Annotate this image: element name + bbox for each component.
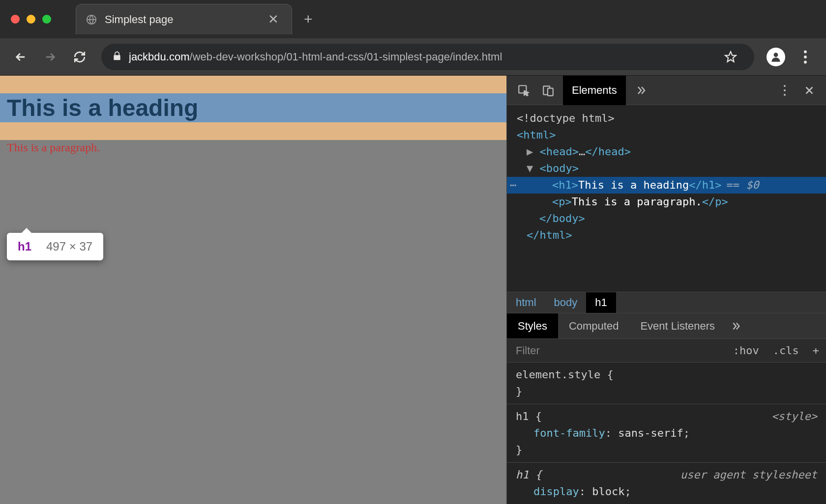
more-styles-tabs-icon[interactable] [726, 316, 745, 336]
styles-filter-input[interactable] [507, 344, 726, 357]
rendered-page[interactable]: This is a heading This is a paragraph. h… [0, 76, 506, 504]
traffic-lights [0, 15, 62, 24]
window-titlebar: Simplest page ✕ + [0, 0, 826, 38]
dom-line[interactable]: <html> [507, 127, 826, 143]
reload-button[interactable] [67, 44, 92, 70]
h1-margin-top-overlay [0, 76, 506, 93]
svg-point-3 [804, 56, 807, 58]
rule-source: user agent stylesheet [680, 467, 817, 483]
dom-line[interactable]: ▶ <head>…</head> [507, 143, 826, 160]
devtools-close-icon[interactable] [799, 81, 819, 100]
dom-tree[interactable]: <!doctype html> <html> ▶ <head>…</head> … [507, 105, 826, 292]
svg-point-2 [804, 50, 807, 53]
crumb-body[interactable]: body [545, 292, 587, 313]
devtools-panel: Elements <!doctype html> <html> ▶ <head>… [506, 76, 826, 504]
styles-filter-row: :hov .cls + [507, 339, 826, 363]
style-rule[interactable]: element.style { } [507, 363, 826, 404]
style-rule[interactable]: user agent stylesheet h1 { display: bloc… [507, 463, 826, 504]
tab-elements[interactable]: Elements [563, 76, 626, 105]
dom-line[interactable]: <p>This is a paragraph.</p> [507, 194, 826, 210]
browser-tab[interactable]: Simplest page ✕ [76, 4, 292, 34]
svg-point-9 [784, 89, 786, 91]
kebab-menu-button[interactable] [793, 44, 818, 70]
new-tab-button[interactable]: + [292, 11, 324, 28]
svg-point-4 [804, 60, 807, 63]
bookmark-star-icon[interactable] [718, 44, 743, 70]
tab-event-listeners[interactable]: Event Listeners [629, 313, 726, 338]
inspect-element-icon[interactable] [514, 81, 533, 100]
hov-toggle[interactable]: :hov [726, 344, 766, 357]
minimize-window-button[interactable] [27, 15, 35, 24]
lock-icon [112, 51, 122, 63]
style-rule[interactable]: <style> h1 { font-family: sans-serif; } [507, 404, 826, 463]
cls-toggle[interactable]: .cls [766, 344, 806, 357]
content-area: This is a heading This is a paragraph. h… [0, 76, 826, 504]
dom-line[interactable]: ▼ <body> [507, 160, 826, 177]
new-rule-button[interactable]: + [806, 344, 826, 357]
tooltip-tag-name: h1 [18, 240, 31, 253]
rule-source[interactable]: <style> [771, 408, 817, 425]
crumb-html[interactable]: html [507, 292, 545, 313]
device-toggle-icon[interactable] [538, 81, 558, 100]
dom-line[interactable]: <!doctype html> [507, 110, 826, 127]
dom-line-selected[interactable]: <h1>This is a heading</h1>== $0 [507, 177, 826, 194]
svg-point-1 [774, 53, 778, 57]
styles-tabstrip: Styles Computed Event Listeners [507, 313, 826, 339]
maximize-window-button[interactable] [42, 15, 51, 24]
close-tab-button[interactable]: ✕ [264, 12, 283, 27]
tab-styles[interactable]: Styles [507, 313, 558, 338]
url-text: jackbdu.com/web-dev-workshop/01-html-and… [129, 51, 502, 63]
forward-button[interactable] [37, 44, 63, 70]
globe-icon [85, 13, 98, 26]
page-heading: This is a heading [0, 93, 506, 122]
h1-margin-bottom-overlay [0, 122, 506, 140]
close-window-button[interactable] [11, 15, 20, 24]
tab-computed[interactable]: Computed [558, 313, 630, 338]
back-button[interactable] [8, 44, 33, 70]
devtools-menu-icon[interactable] [775, 81, 795, 100]
svg-point-8 [784, 85, 786, 87]
svg-rect-7 [548, 88, 553, 95]
svg-point-10 [784, 94, 786, 96]
more-tabs-icon[interactable] [631, 81, 650, 100]
dom-line[interactable]: </html> [507, 227, 826, 244]
devtools-tabstrip: Elements [507, 76, 826, 105]
tab-title: Simplest page [105, 13, 257, 26]
element-inspect-tooltip: h1 497 × 37 [7, 233, 103, 260]
styles-body[interactable]: element.style { } <style> h1 { font-fami… [507, 363, 826, 504]
address-bar[interactable]: jackbdu.com/web-dev-workshop/01-html-and… [101, 44, 754, 70]
browser-toolbar: jackbdu.com/web-dev-workshop/01-html-and… [0, 38, 826, 76]
profile-button[interactable] [763, 44, 789, 70]
tooltip-dimensions: 497 × 37 [46, 240, 92, 253]
dom-breadcrumb: html body h1 [507, 292, 826, 313]
page-paragraph: This is a paragraph. [0, 140, 506, 155]
crumb-h1[interactable]: h1 [586, 292, 616, 313]
dom-line[interactable]: </body> [507, 210, 826, 227]
